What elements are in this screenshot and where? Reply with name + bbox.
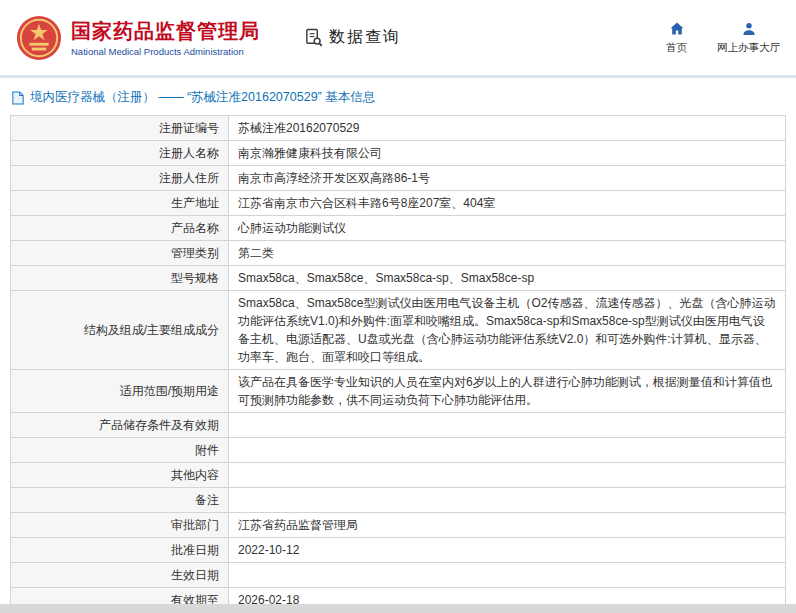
row-label: 型号规格: [11, 266, 229, 291]
row-label: 备注: [11, 488, 229, 513]
row-label: 结构及组成/主要组成成分: [11, 291, 229, 370]
nav-home-label: 首页: [666, 41, 687, 55]
agency-brand: 国家药品监督管理局 National Medical Products Admi…: [16, 15, 260, 61]
table-row: 型号规格Smax58ca、Smax58ce、Smax58ca-sp、Smax58…: [11, 266, 786, 291]
row-value: 江苏省药品监督管理局: [229, 513, 786, 538]
table-row: 批准日期2022-10-12: [11, 538, 786, 563]
table-row: 注册人住所南京市高淳经济开发区双高路86-1号: [11, 166, 786, 191]
row-value: 南京瀚雅健康科技有限公司: [229, 141, 786, 166]
row-value: 江苏省南京市六合区科丰路6号8座207室、404室: [229, 191, 786, 216]
person-icon: [741, 21, 757, 37]
table-row: 结构及组成/主要组成成分Smax58ca、Smax58ce型测试仪由医用电气设备…: [11, 291, 786, 370]
row-label: 注册证编号: [11, 116, 229, 141]
row-value: Smax58ca、Smax58ce型测试仪由医用电气设备主机（O2传感器、流速传…: [229, 291, 786, 370]
row-label: 管理类别: [11, 241, 229, 266]
row-value: [229, 438, 786, 463]
document-icon: [12, 91, 24, 105]
table-row: 其他内容: [11, 463, 786, 488]
row-value: 心肺运动功能测试仪: [229, 216, 786, 241]
row-value: 苏械注准20162070529: [229, 116, 786, 141]
section-title-label: 数据查询: [329, 27, 401, 48]
row-label: 生产地址: [11, 191, 229, 216]
row-label: 批准日期: [11, 538, 229, 563]
data-query-icon: [304, 28, 323, 47]
row-label: 审批部门: [11, 513, 229, 538]
row-label: 注册人住所: [11, 166, 229, 191]
table-row: 产品储存条件及有效期: [11, 413, 786, 438]
table-row: 审批部门江苏省药品监督管理局: [11, 513, 786, 538]
table-row: 附件: [11, 438, 786, 463]
row-label: 注册人名称: [11, 141, 229, 166]
table-row: 适用范围/预期用途该产品在具备医学专业知识的人员在室内对6岁以上的人群进行心肺功…: [11, 370, 786, 413]
nav-item-home[interactable]: 首页: [666, 21, 687, 55]
row-value: 2022-10-12: [229, 538, 786, 563]
home-icon: [669, 21, 685, 37]
row-label: 适用范围/预期用途: [11, 370, 229, 413]
row-value: [229, 463, 786, 488]
agency-title-en: National Medical Products Administration: [71, 46, 260, 57]
row-value: [229, 413, 786, 438]
table-row: 注册证编号苏械注准20162070529: [11, 116, 786, 141]
row-value: [229, 488, 786, 513]
breadcrumb-title: 境内医疗器械（注册） —— “苏械注准20162070529” 基本信息: [30, 89, 375, 106]
nav-hall-label: 网上办事大厅: [717, 41, 780, 55]
info-table: 注册证编号苏械注准20162070529注册人名称南京瀚雅健康科技有限公司注册人…: [10, 115, 786, 613]
agency-title-cn: 国家药品监督管理局: [71, 19, 260, 43]
table-row: 备注: [11, 488, 786, 513]
row-value: 南京市高淳经济开发区双高路86-1号: [229, 166, 786, 191]
page-header: 国家药品监督管理局 National Medical Products Admi…: [0, 0, 796, 78]
row-value: Smax58ca、Smax58ce、Smax58ca-sp、Smax58ce-s…: [229, 266, 786, 291]
row-value: [229, 563, 786, 588]
row-value: 第二类: [229, 241, 786, 266]
table-row: 生产地址江苏省南京市六合区科丰路6号8座207室、404室: [11, 191, 786, 216]
row-label: 其他内容: [11, 463, 229, 488]
row-label: 附件: [11, 438, 229, 463]
national-emblem-icon: [16, 15, 62, 61]
agency-title-block: 国家药品监督管理局 National Medical Products Admi…: [71, 19, 260, 57]
row-value: 该产品在具备医学专业知识的人员在室内对6岁以上的人群进行心肺功能测试，根据测量值…: [229, 370, 786, 413]
top-nav: 首页 网上办事大厅: [666, 21, 780, 55]
row-label: 产品储存条件及有效期: [11, 413, 229, 438]
row-label: 产品名称: [11, 216, 229, 241]
row-label: 生效日期: [11, 563, 229, 588]
table-row: 产品名称心肺运动功能测试仪: [11, 216, 786, 241]
breadcrumb: 境内医疗器械（注册） —— “苏械注准20162070529” 基本信息: [0, 78, 796, 115]
footer-strip: [0, 604, 796, 613]
table-row: 管理类别第二类: [11, 241, 786, 266]
info-table-body: 注册证编号苏械注准20162070529注册人名称南京瀚雅健康科技有限公司注册人…: [11, 116, 786, 613]
table-row: 注册人名称南京瀚雅健康科技有限公司: [11, 141, 786, 166]
data-query-section-title: 数据查询: [286, 27, 401, 48]
nav-item-service-hall[interactable]: 网上办事大厅: [717, 21, 780, 55]
table-row: 生效日期: [11, 563, 786, 588]
